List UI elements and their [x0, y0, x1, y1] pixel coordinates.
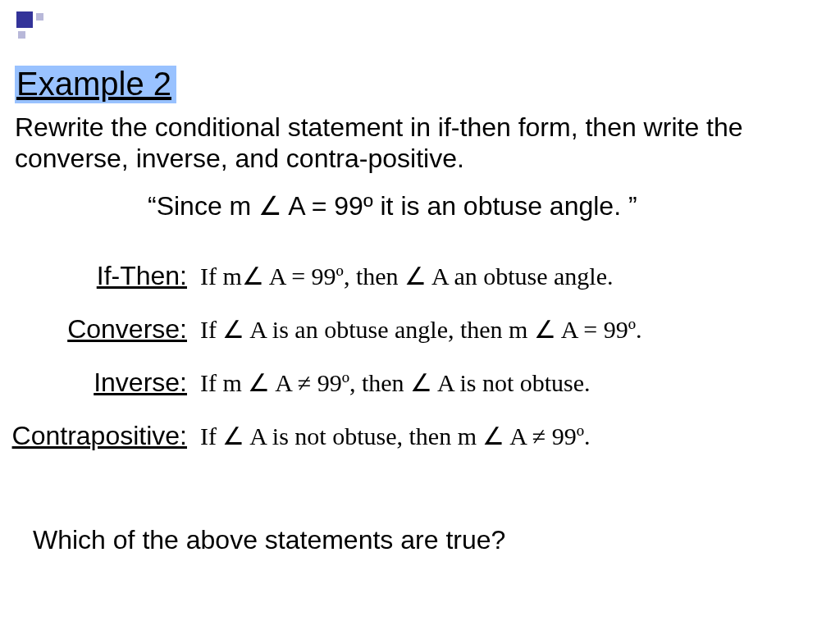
- label-converse: Converse:: [0, 314, 200, 345]
- example-title: Example 2: [15, 66, 176, 103]
- row-contrapositive: Contrapositive: If ∠ A is not obtuse, th…: [0, 421, 832, 451]
- answer-inverse: If m ∠ A ≠ 99º, then ∠ A is not obtuse.: [200, 368, 832, 398]
- closing-question: Which of the above statements are true?: [33, 525, 505, 555]
- label-contrapositive: Contrapositive:: [0, 421, 200, 451]
- answer-converse: If ∠ A is an obtuse angle, then m ∠ A = …: [200, 315, 832, 345]
- answer-if-then: If m∠ A = 99º, then ∠ A an obtuse angle.: [200, 262, 832, 291]
- answer-contrapositive: If ∠ A is not obtuse, then m ∠ A ≠ 99º.: [200, 422, 832, 451]
- row-if-then: If-Then: If m∠ A = 99º, then ∠ A an obtu…: [0, 261, 832, 291]
- label-inverse: Inverse:: [0, 368, 200, 398]
- statements-block: If-Then: If m∠ A = 99º, then ∠ A an obtu…: [0, 261, 832, 474]
- row-inverse: Inverse: If m ∠ A ≠ 99º, then ∠ A is not…: [0, 368, 832, 398]
- decorative-squares-icon: [15, 10, 49, 44]
- row-converse: Converse: If ∠ A is an obtuse angle, the…: [0, 314, 832, 345]
- instruction-text: Rewrite the conditional statement in if-…: [15, 112, 824, 175]
- quoted-statement: “Since m ∠ A = 99º it is an obtuse angle…: [148, 190, 824, 221]
- slide: Example 2 Rewrite the conditional statem…: [0, 0, 840, 630]
- label-if-then: If-Then:: [0, 261, 200, 291]
